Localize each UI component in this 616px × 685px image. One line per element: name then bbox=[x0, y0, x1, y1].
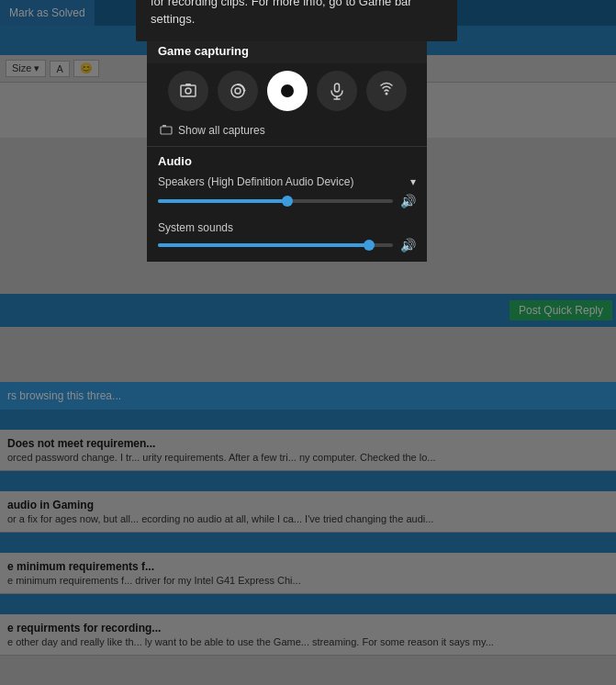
system-sounds-slider-fill bbox=[158, 243, 369, 247]
system-sounds-slider-track[interactable] bbox=[158, 243, 393, 247]
chevron-down-icon: ▾ bbox=[410, 175, 416, 188]
record-replay-icon-button[interactable] bbox=[218, 71, 258, 111]
screenshot-icon bbox=[179, 82, 197, 100]
gamebar-popup: Sorry, this PC doesn't meet the hardware… bbox=[147, 35, 427, 262]
svg-rect-2 bbox=[185, 84, 191, 85]
gamebar-icons-row bbox=[147, 63, 427, 118]
svg-point-4 bbox=[235, 88, 241, 94]
system-sounds-slider-thumb[interactable] bbox=[364, 240, 375, 251]
audio-volume-icon: 🔊 bbox=[400, 194, 416, 208]
record-icon-button[interactable] bbox=[267, 71, 308, 111]
svg-point-1 bbox=[185, 88, 191, 94]
broadcast-icon bbox=[377, 82, 396, 100]
gamebar-tooltip: Sorry, this PC doesn't meet the hardware… bbox=[136, 0, 457, 41]
svg-point-6 bbox=[281, 84, 294, 97]
screenshot-icon-button[interactable] bbox=[168, 71, 208, 111]
captures-icon bbox=[160, 124, 173, 137]
mic-icon-button[interactable] bbox=[317, 71, 357, 111]
system-sounds-volume-icon: 🔊 bbox=[400, 238, 416, 253]
system-sounds-slider-row: 🔊 bbox=[147, 236, 427, 262]
audio-slider-track[interactable] bbox=[158, 199, 393, 203]
audio-slider-row: 🔊 bbox=[147, 192, 427, 218]
svg-rect-0 bbox=[181, 85, 196, 96]
record-icon bbox=[278, 82, 297, 100]
mic-icon bbox=[328, 82, 346, 100]
svg-rect-12 bbox=[162, 125, 166, 127]
audio-device-label: Speakers (High Definition Audio Device) bbox=[158, 175, 353, 188]
record-replay-icon bbox=[229, 82, 247, 100]
system-sounds-label: System sounds bbox=[147, 218, 427, 236]
svg-rect-11 bbox=[161, 127, 172, 134]
audio-device-dropdown[interactable]: Speakers (High Definition Audio Device) … bbox=[147, 172, 427, 192]
show-all-captures-button[interactable]: Show all captures bbox=[147, 118, 427, 146]
svg-rect-7 bbox=[334, 84, 339, 92]
show-all-captures-label: Show all captures bbox=[178, 124, 265, 137]
audio-slider-thumb[interactable] bbox=[282, 196, 293, 207]
svg-point-10 bbox=[385, 93, 387, 95]
gamebar-audio-section: Audio Speakers (High Definition Audio De… bbox=[147, 146, 427, 262]
audio-slider-fill bbox=[158, 199, 287, 203]
gamebar-tooltip-text: Sorry, this PC doesn't meet the hardware… bbox=[151, 0, 441, 26]
broadcast-icon-button[interactable] bbox=[366, 71, 407, 111]
audio-section-title: Audio bbox=[147, 147, 427, 172]
